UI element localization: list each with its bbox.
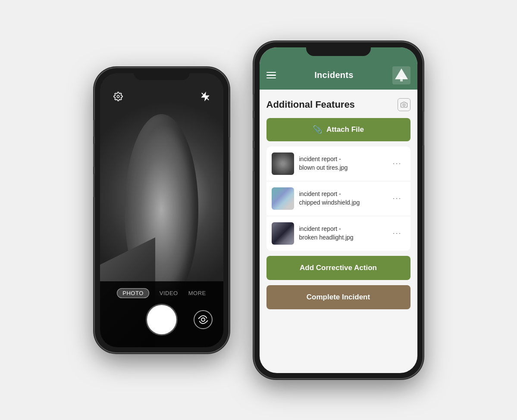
right-phone-side-button: [423, 111, 424, 146]
camera-bottom-bar: PHOTO VIDEO MORE: [100, 281, 223, 347]
flip-camera-button[interactable]: [194, 310, 213, 329]
shutter-button[interactable]: [147, 305, 176, 334]
mode-more[interactable]: MORE: [188, 290, 206, 296]
left-mute-button: [93, 120, 95, 137]
left-volume-down-button: [93, 174, 95, 197]
app-logo: [392, 66, 410, 84]
file-thumbnail-1: [272, 152, 294, 175]
svg-rect-6: [400, 77, 403, 81]
scroll-content: Additional Features 📎 Attach File: [260, 90, 417, 373]
camera-actions-row: [100, 305, 223, 334]
camera-app: PHOTO VIDEO MORE: [100, 73, 223, 347]
right-phone-vol-down: [253, 148, 254, 171]
file-name-2: incident report -chipped windshield.jpg: [299, 190, 384, 207]
file-name-3: incident report -broken headlight.jpg: [299, 225, 384, 242]
svg-point-3: [201, 318, 205, 321]
left-phone: PHOTO VIDEO MORE: [95, 68, 229, 352]
left-volume-up-button: [93, 143, 95, 167]
attach-file-button[interactable]: 📎 Attach File: [266, 118, 410, 141]
mode-video[interactable]: VIDEO: [160, 290, 178, 296]
camera-screen: PHOTO VIDEO MORE: [100, 73, 223, 347]
camera-mode-row: PHOTO VIDEO MORE: [117, 288, 206, 298]
svg-point-0: [117, 95, 119, 98]
file-thumbnail-3: [272, 222, 294, 245]
incidents-screen: Incidents Additional Features: [260, 47, 417, 373]
phones-container: PHOTO VIDEO MORE: [0, 0, 517, 420]
file-item-3: incident report -broken headlight.jpg ··…: [266, 216, 410, 251]
attach-file-label: Attach File: [326, 125, 364, 134]
file-item-1: incident report -blown out tires.jpg ···: [266, 146, 410, 181]
right-phone-vol-up: [253, 118, 254, 141]
add-corrective-action-button[interactable]: Add Corrective Action: [266, 256, 410, 280]
file-menu-button-3[interactable]: ···: [389, 227, 405, 240]
camera-icon-button[interactable]: [398, 98, 410, 111]
menu-button[interactable]: [266, 72, 276, 79]
paperclip-icon: 📎: [313, 125, 322, 134]
complete-incident-button[interactable]: Complete Incident: [266, 285, 410, 309]
section-header: Additional Features: [266, 98, 410, 111]
file-item-2: incident report -chipped windshield.jpg …: [266, 181, 410, 216]
svg-point-7: [403, 104, 405, 106]
section-title: Additional Features: [266, 99, 355, 110]
file-menu-button-2[interactable]: ···: [389, 192, 405, 205]
right-phone-mute: [253, 94, 254, 111]
incidents-app: Incidents Additional Features: [260, 47, 417, 373]
file-list: incident report -blown out tires.jpg ···…: [266, 146, 410, 251]
right-phone: Incidents Additional Features: [254, 42, 423, 378]
camera-top-bar: [100, 89, 223, 104]
windshield-thumbnail: [272, 187, 294, 210]
right-phone-notch: [306, 42, 371, 56]
right-side-button: [229, 137, 230, 171]
settings-button[interactable]: [110, 89, 126, 104]
file-menu-button-1[interactable]: ···: [389, 157, 405, 170]
file-name-1: incident report -blown out tires.jpg: [299, 155, 384, 172]
mode-photo[interactable]: PHOTO: [117, 288, 149, 298]
file-thumbnail-2: [272, 187, 294, 210]
flash-button[interactable]: [197, 89, 213, 104]
headlight-thumbnail: [272, 222, 294, 245]
left-phone-notch: [134, 68, 190, 80]
app-title: Incidents: [314, 70, 354, 80]
tire-thumbnail: [272, 152, 294, 175]
